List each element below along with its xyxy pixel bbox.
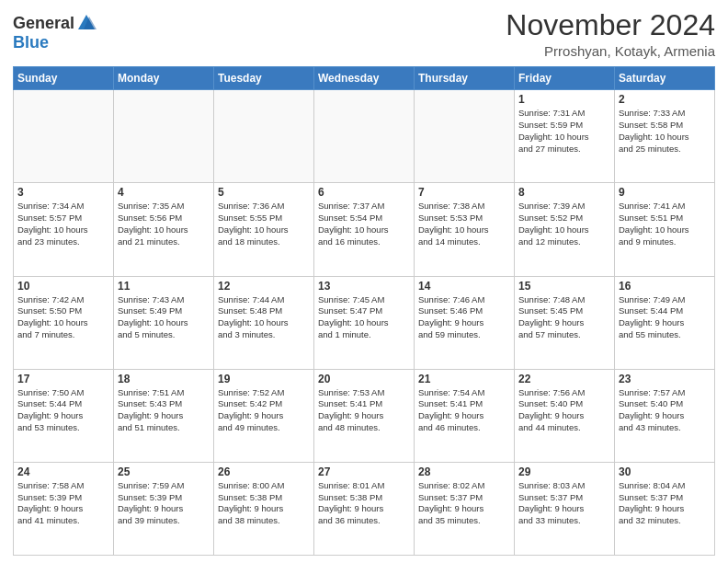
day-info: Sunrise: 7:54 AMSunset: 5:41 PMDaylight:…: [418, 387, 510, 434]
day-info: Sunrise: 7:56 AMSunset: 5:40 PMDaylight:…: [518, 387, 610, 434]
day-number: 26: [218, 465, 310, 478]
day-info: Sunrise: 8:01 AMSunset: 5:38 PMDaylight:…: [318, 480, 410, 527]
day-info: Sunrise: 7:52 AMSunset: 5:42 PMDaylight:…: [218, 387, 310, 434]
day-cell: [14, 90, 114, 183]
day-number: 3: [17, 186, 109, 199]
day-info: Sunrise: 7:45 AMSunset: 5:47 PMDaylight:…: [318, 294, 410, 341]
day-number: 21: [418, 373, 510, 385]
week-row-2: 10Sunrise: 7:42 AMSunset: 5:50 PMDayligh…: [14, 276, 715, 369]
day-info: Sunrise: 7:46 AMSunset: 5:46 PMDaylight:…: [418, 294, 510, 341]
day-cell: 29Sunrise: 8:03 AMSunset: 5:37 PMDayligh…: [515, 462, 615, 555]
week-row-4: 24Sunrise: 7:58 AMSunset: 5:39 PMDayligh…: [14, 462, 715, 555]
day-info: Sunrise: 7:43 AMSunset: 5:49 PMDaylight:…: [118, 294, 210, 341]
day-cell: [214, 90, 314, 183]
day-cell: [314, 90, 415, 183]
day-number: 5: [218, 186, 310, 199]
day-number: 20: [318, 373, 410, 385]
day-cell: 8Sunrise: 7:39 AMSunset: 5:52 PMDaylight…: [515, 183, 615, 276]
day-cell: 19Sunrise: 7:52 AMSunset: 5:42 PMDayligh…: [214, 369, 314, 462]
day-cell: 11Sunrise: 7:43 AMSunset: 5:49 PMDayligh…: [114, 276, 214, 369]
day-header-sunday: Sunday: [14, 67, 114, 90]
day-cell: 3Sunrise: 7:34 AMSunset: 5:57 PMDaylight…: [14, 183, 114, 276]
header: General Blue November 2024 Prroshyan, Ko…: [13, 9, 715, 59]
day-number: 28: [418, 465, 510, 478]
day-cell: [415, 90, 515, 183]
day-number: 22: [518, 373, 610, 385]
day-number: 4: [118, 186, 210, 199]
day-info: Sunrise: 7:31 AMSunset: 5:59 PMDaylight:…: [518, 108, 610, 155]
day-number: 30: [619, 465, 711, 478]
logo-blue-text: Blue: [13, 33, 49, 52]
day-cell: 15Sunrise: 7:48 AMSunset: 5:45 PMDayligh…: [515, 276, 615, 369]
day-cell: 28Sunrise: 8:02 AMSunset: 5:37 PMDayligh…: [415, 462, 515, 555]
day-number: 18: [118, 373, 210, 385]
day-number: 10: [17, 280, 109, 293]
day-header-saturday: Saturday: [615, 67, 715, 90]
week-row-0: 1Sunrise: 7:31 AMSunset: 5:59 PMDaylight…: [14, 90, 715, 183]
logo-general-text: General: [13, 14, 74, 33]
day-info: Sunrise: 7:39 AMSunset: 5:52 PMDaylight:…: [518, 201, 610, 247]
day-cell: 17Sunrise: 7:50 AMSunset: 5:44 PMDayligh…: [14, 369, 114, 462]
day-number: 12: [218, 280, 310, 293]
day-info: Sunrise: 7:57 AMSunset: 5:40 PMDaylight:…: [619, 387, 711, 434]
day-number: 14: [418, 280, 510, 293]
day-info: Sunrise: 7:59 AMSunset: 5:39 PMDaylight:…: [118, 480, 210, 527]
header-row: SundayMondayTuesdayWednesdayThursdayFrid…: [14, 67, 715, 90]
day-cell: 9Sunrise: 7:41 AMSunset: 5:51 PMDaylight…: [615, 183, 715, 276]
day-cell: 6Sunrise: 7:37 AMSunset: 5:54 PMDaylight…: [314, 183, 415, 276]
day-cell: 7Sunrise: 7:38 AMSunset: 5:53 PMDaylight…: [415, 183, 515, 276]
day-info: Sunrise: 7:33 AMSunset: 5:58 PMDaylight:…: [619, 108, 711, 155]
day-cell: 16Sunrise: 7:49 AMSunset: 5:44 PMDayligh…: [615, 276, 715, 369]
day-cell: 27Sunrise: 8:01 AMSunset: 5:38 PMDayligh…: [314, 462, 415, 555]
location: Prroshyan, Kotayk, Armenia: [506, 43, 715, 59]
day-info: Sunrise: 7:50 AMSunset: 5:44 PMDaylight:…: [17, 387, 109, 434]
day-info: Sunrise: 7:35 AMSunset: 5:56 PMDaylight:…: [118, 201, 210, 247]
day-number: 29: [518, 465, 610, 478]
day-info: Sunrise: 7:58 AMSunset: 5:39 PMDaylight:…: [17, 480, 109, 527]
calendar: SundayMondayTuesdayWednesdayThursdayFrid…: [13, 66, 715, 556]
month-title: November 2024: [506, 9, 715, 41]
day-cell: 2Sunrise: 7:33 AMSunset: 5:58 PMDaylight…: [615, 90, 715, 183]
day-info: Sunrise: 7:37 AMSunset: 5:54 PMDaylight:…: [318, 201, 410, 247]
day-header-tuesday: Tuesday: [214, 67, 314, 90]
day-cell: 24Sunrise: 7:58 AMSunset: 5:39 PMDayligh…: [14, 462, 114, 555]
day-number: 1: [518, 93, 610, 106]
day-info: Sunrise: 7:44 AMSunset: 5:48 PMDaylight:…: [218, 294, 310, 341]
day-cell: 4Sunrise: 7:35 AMSunset: 5:56 PMDaylight…: [114, 183, 214, 276]
title-section: November 2024 Prroshyan, Kotayk, Armenia: [506, 9, 715, 59]
day-cell: 25Sunrise: 7:59 AMSunset: 5:39 PMDayligh…: [114, 462, 214, 555]
day-number: 13: [318, 280, 410, 293]
day-number: 24: [17, 465, 109, 478]
day-number: 25: [118, 465, 210, 478]
day-info: Sunrise: 7:49 AMSunset: 5:44 PMDaylight:…: [619, 294, 711, 341]
day-info: Sunrise: 7:38 AMSunset: 5:53 PMDaylight:…: [418, 201, 510, 247]
week-row-1: 3Sunrise: 7:34 AMSunset: 5:57 PMDaylight…: [14, 183, 715, 276]
day-number: 17: [17, 373, 109, 385]
day-header-thursday: Thursday: [415, 67, 515, 90]
day-info: Sunrise: 7:41 AMSunset: 5:51 PMDaylight:…: [619, 201, 711, 247]
day-info: Sunrise: 7:34 AMSunset: 5:57 PMDaylight:…: [17, 201, 109, 247]
day-info: Sunrise: 8:04 AMSunset: 5:37 PMDaylight:…: [619, 480, 711, 527]
day-cell: 23Sunrise: 7:57 AMSunset: 5:40 PMDayligh…: [615, 369, 715, 462]
day-number: 8: [518, 186, 610, 199]
day-number: 2: [619, 93, 711, 106]
day-number: 19: [218, 373, 310, 385]
day-cell: 5Sunrise: 7:36 AMSunset: 5:55 PMDaylight…: [214, 183, 314, 276]
logo: General Blue: [13, 13, 97, 52]
day-info: Sunrise: 8:03 AMSunset: 5:37 PMDaylight:…: [518, 480, 610, 527]
day-cell: 20Sunrise: 7:53 AMSunset: 5:41 PMDayligh…: [314, 369, 415, 462]
day-cell: 26Sunrise: 8:00 AMSunset: 5:38 PMDayligh…: [214, 462, 314, 555]
day-info: Sunrise: 7:53 AMSunset: 5:41 PMDaylight:…: [318, 387, 410, 434]
page: General Blue November 2024 Prroshyan, Ko…: [0, 0, 728, 563]
day-number: 16: [619, 280, 711, 293]
day-cell: 14Sunrise: 7:46 AMSunset: 5:46 PMDayligh…: [415, 276, 515, 369]
day-cell: 18Sunrise: 7:51 AMSunset: 5:43 PMDayligh…: [114, 369, 214, 462]
day-cell: 30Sunrise: 8:04 AMSunset: 5:37 PMDayligh…: [615, 462, 715, 555]
day-header-friday: Friday: [515, 67, 615, 90]
day-number: 15: [518, 280, 610, 293]
day-info: Sunrise: 7:36 AMSunset: 5:55 PMDaylight:…: [218, 201, 310, 247]
day-cell: 10Sunrise: 7:42 AMSunset: 5:50 PMDayligh…: [14, 276, 114, 369]
day-cell: 1Sunrise: 7:31 AMSunset: 5:59 PMDaylight…: [515, 90, 615, 183]
day-cell: 12Sunrise: 7:44 AMSunset: 5:48 PMDayligh…: [214, 276, 314, 369]
day-info: Sunrise: 7:51 AMSunset: 5:43 PMDaylight:…: [118, 387, 210, 434]
